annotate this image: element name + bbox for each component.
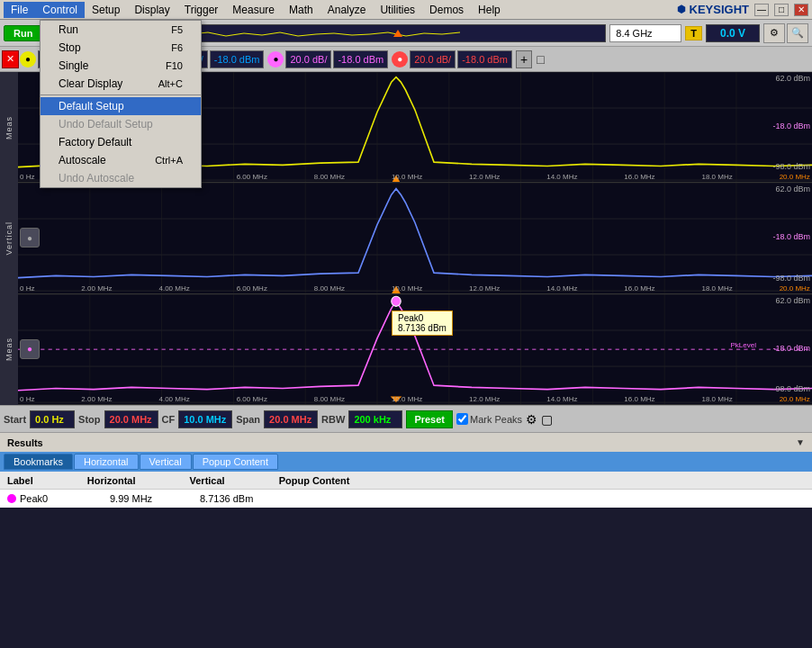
- settings-icon[interactable]: ⚙: [763, 23, 785, 43]
- menu-trigger[interactable]: Trigger: [177, 2, 226, 18]
- trigger-badge: T: [685, 26, 702, 40]
- chart1-x8: 16.0 MHz: [624, 173, 654, 181]
- menu-clear-display-item[interactable]: Clear Display Alt+C: [41, 75, 201, 93]
- menu-stop-item[interactable]: Stop F6: [41, 39, 201, 57]
- ch1-badge[interactable]: ●: [20, 51, 36, 68]
- menu-run-item[interactable]: Run F5: [41, 21, 201, 39]
- single-item-shortcut: F10: [166, 60, 183, 71]
- left-sidebar: Meas Vertical Meas: [0, 72, 18, 405]
- stop-item-shortcut: F6: [171, 42, 183, 53]
- clear-display-label: Clear Display: [59, 77, 122, 90]
- menu-file[interactable]: File: [4, 2, 35, 18]
- menu-analyze[interactable]: Analyze: [320, 2, 374, 18]
- run-item-shortcut: F5: [171, 24, 183, 35]
- close-button[interactable]: ✕: [794, 4, 808, 16]
- chart2-mid-label: -18.0 dBm: [772, 232, 810, 241]
- keysight-logo-text: KEYSIGHT: [690, 3, 749, 16]
- channel3-section: ● 20.0 dB/ -18.0 dBm: [267, 50, 388, 68]
- menu-help[interactable]: Help: [471, 2, 508, 18]
- chart1-x0: 0 Hz: [20, 173, 34, 181]
- frequency-field: 8.4 GHz: [609, 24, 681, 42]
- menu-setup[interactable]: Setup: [85, 2, 127, 18]
- results-label[interactable]: Results: [7, 437, 43, 448]
- voltage-display: 0.0 V: [706, 24, 760, 42]
- menu-utilities[interactable]: Utilities: [373, 2, 422, 18]
- bm-row-label: Peak0: [20, 493, 110, 504]
- sidebar-label-meas1: Meas: [5, 116, 14, 140]
- cf-value[interactable]: 10.0 MHz: [178, 410, 232, 428]
- span-value[interactable]: 20.0 MHz: [264, 410, 318, 428]
- chart2-bot-label: -98.0 dBm: [772, 274, 810, 283]
- vertical-tab[interactable]: Vertical: [140, 454, 192, 470]
- ch3-badge[interactable]: ●: [267, 51, 284, 68]
- chart2-xaxis: 0 Hz 2.00 MHz 4.00 MHz 6.00 MHz 8.00 MHz…: [18, 284, 812, 293]
- default-setup-label: Default Setup: [59, 100, 124, 112]
- chart1-x4: 8.00 MHz: [314, 173, 345, 181]
- dd-separator1: [41, 94, 201, 95]
- bookmarks-bar: Bookmarks Horizontal Vertical Popup Cont…: [0, 452, 812, 472]
- preset-button[interactable]: Preset: [406, 410, 453, 428]
- chart3-svg: [18, 294, 812, 404]
- control-dropdown-menu: Run F5 Stop F6 Single F10 Clear Display …: [40, 20, 202, 188]
- chart1-x9: 18.0 MHz: [701, 173, 732, 181]
- chart2-svg: [18, 183, 812, 292]
- chart1-x7: 14.0 MHz: [546, 173, 577, 181]
- chart1-x10: 20.0 MHz: [780, 173, 810, 181]
- bookmarks-tab[interactable]: Bookmarks: [4, 454, 73, 470]
- add-channel-button[interactable]: +: [516, 50, 532, 68]
- menu-single-item[interactable]: Single F10: [41, 57, 201, 75]
- keysight-logo-icon: ⬢: [677, 4, 686, 15]
- settings-icon2[interactable]: ⚙: [526, 412, 537, 427]
- start-value[interactable]: 0.0 Hz: [30, 410, 75, 428]
- menu-default-setup-item[interactable]: Default Setup: [41, 97, 201, 115]
- menu-autoscale-item[interactable]: Autoscale Ctrl+A: [41, 151, 201, 169]
- monitor-icon[interactable]: ▢: [541, 412, 553, 427]
- ch4-badge[interactable]: ●: [392, 51, 408, 68]
- svg-point-45: [392, 296, 401, 306]
- autoscale-shortcut: Ctrl+A: [155, 155, 183, 166]
- menu-factory-default-item[interactable]: Factory Default: [41, 133, 201, 151]
- mark-peaks-control[interactable]: Mark Peaks: [456, 413, 522, 425]
- chart2: ● 62.0 dBm -18.0 dBm: [18, 183, 812, 293]
- bookmarks-data-row: Peak0 9.99 MHz 8.7136 dBm: [0, 490, 812, 508]
- menu-undo-autoscale-item: Undo Autoscale: [41, 169, 201, 187]
- mark-peaks-checkbox[interactable]: [456, 413, 468, 425]
- menu-control[interactable]: Control: [35, 2, 85, 18]
- stop-value[interactable]: 20.0 MHz: [104, 410, 158, 428]
- search-icon[interactable]: 🔍: [787, 23, 808, 43]
- bm-col-horizontal: Horizontal: [87, 475, 136, 486]
- chart1-x5: 10.0 MHz: [392, 173, 422, 181]
- toolbar2-close-icon[interactable]: □: [537, 52, 544, 67]
- menu-math[interactable]: Math: [282, 2, 320, 18]
- ch2-overlay-icon[interactable]: ●: [20, 228, 40, 248]
- pklevel-label: PkLevel: [731, 341, 756, 349]
- popup-content-tab[interactable]: Popup Content: [193, 454, 278, 470]
- factory-default-label: Factory Default: [59, 136, 131, 148]
- clear-display-shortcut: Alt+C: [158, 78, 183, 89]
- bm-row-horizontal: 9.99 MHz: [110, 493, 200, 504]
- stop-label: Stop: [78, 414, 100, 425]
- menu-measure[interactable]: Measure: [225, 2, 282, 18]
- maximize-button[interactable]: □: [774, 4, 789, 16]
- ch3-overlay-icon[interactable]: ●: [20, 339, 40, 359]
- horizontal-tab[interactable]: Horizontal: [74, 454, 139, 470]
- rbw-value[interactable]: 200 kHz: [348, 410, 402, 428]
- results-bar: Results ▼: [0, 432, 812, 452]
- bm-row-vertical: 8.7136 dBm: [200, 493, 290, 504]
- ch3-db-field: 20.0 dB/: [285, 50, 331, 68]
- close-wave-button[interactable]: ✕: [2, 50, 19, 68]
- results-collapse-icon[interactable]: ▼: [796, 437, 805, 447]
- minimize-button[interactable]: —: [754, 4, 769, 16]
- undo-autoscale-label: Undo Autoscale: [59, 172, 134, 184]
- chart1-x6: 12.0 MHz: [469, 173, 500, 181]
- stop-item-label: Stop: [59, 41, 81, 54]
- menu-display[interactable]: Display: [127, 2, 176, 18]
- bookmarks-table-header: Label Horizontal Vertical Popup Content: [0, 472, 812, 490]
- run-button[interactable]: Run: [4, 25, 42, 41]
- mark-peaks-label: Mark Peaks: [470, 414, 522, 425]
- menu-demos[interactable]: Demos: [422, 2, 471, 18]
- bottom-toolbar: Start 0.0 Hz Stop 20.0 MHz CF 10.0 MHz S…: [0, 405, 812, 432]
- waveform-preview: [189, 24, 606, 42]
- start-label: Start: [4, 414, 26, 425]
- toolbar-right-buttons: ⚙ 🔍: [763, 23, 808, 43]
